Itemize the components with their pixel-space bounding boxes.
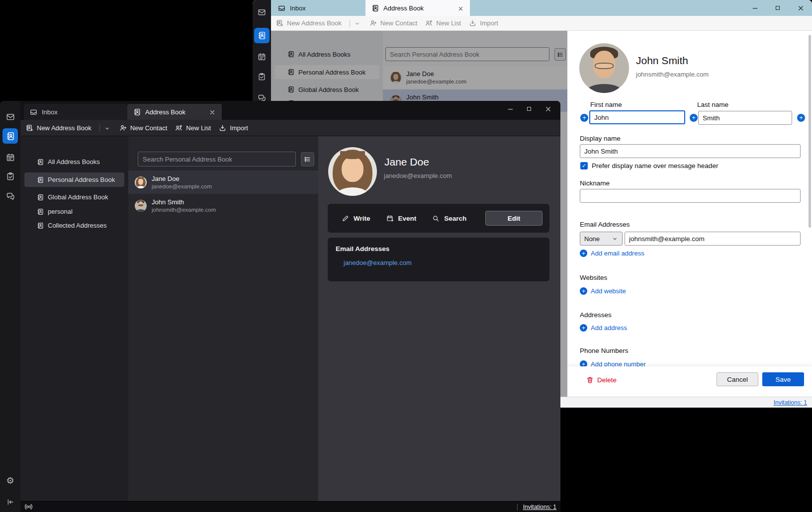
contact-photo [328,147,377,196]
contact-detail-pane: Jane Doe janedoe@example.com Write Event… [318,136,560,501]
event-button[interactable]: Event [386,215,417,222]
new-contact-button[interactable]: New Contact [119,124,167,132]
button-label: New Address Book [287,19,342,27]
cancel-button[interactable]: Cancel [717,372,758,386]
swap-name-button[interactable] [690,114,698,122]
tasks-space-button[interactable] [2,170,18,183]
sidebar-item-personal-address-book[interactable]: Personal Address Book [24,172,124,187]
contact-row-john-smith[interactable]: John Smith johnsmith@example.com [128,194,318,217]
tab-bar: Inbox Address Book [20,101,560,120]
tab-inbox[interactable]: Inbox [24,104,127,120]
first-name-field[interactable] [589,110,685,124]
maximize-button[interactable] [766,0,789,16]
new-contact-button[interactable]: New Contact [369,19,417,27]
new-list-button[interactable]: New List [425,19,461,27]
collapse-spaces-button[interactable] [2,495,18,509]
calendar-space-button[interactable] [254,50,270,64]
button-label: New Contact [130,124,167,132]
contact-actions-bar: Write Event Search Edit [328,204,549,233]
new-address-book-button[interactable]: New Address Book [26,124,91,132]
book-plus-icon [26,124,33,132]
tab-address-book[interactable]: Address Book [365,0,470,16]
add-address-link[interactable]: Add address [580,324,627,332]
sidebar-item-collected-addresses[interactable]: Collected Addresses [24,218,124,233]
save-button[interactable]: Save [762,372,804,386]
swap-name-button[interactable] [580,114,588,122]
contact-row-jane-doe[interactable]: Jane Doe janedoe@example.com [128,171,318,194]
display-name-field[interactable] [580,144,801,158]
display-options-button[interactable] [301,152,314,167]
address-book-icon [37,176,44,183]
minimize-icon [751,4,759,12]
nickname-field[interactable] [580,189,801,203]
calendar-plus-icon [386,215,394,222]
prefer-display-checkbox[interactable] [580,162,588,170]
tab-close-button[interactable] [457,4,464,11]
add-website-link[interactable]: Add website [580,287,626,295]
email-addresses-card: Email Addresses janedoe@example.com [328,238,549,281]
close-button[interactable] [789,0,812,16]
maximize-button[interactable] [520,101,539,117]
contact-list-pane: Jane Doe janedoe@example.com John Smith … [128,136,318,501]
invitations-link[interactable]: Invitations: 1 [523,504,556,511]
broadcast-status-icon[interactable] [24,503,33,511]
email-type-select[interactable]: None [580,232,623,246]
mail-space-button[interactable] [254,5,270,19]
chevron-down-icon [104,125,110,132]
search-input[interactable] [138,152,296,167]
button-label: Write [354,215,370,222]
foreground-window: Inbox Address Book New Address Book [0,101,560,512]
chat-icon [6,192,15,201]
minimize-button[interactable] [501,101,520,117]
sidebar-item-global-address-book[interactable]: Global Address Book [24,190,124,204]
address-book-toolbar: New Address Book New Contact New List Im… [20,120,560,136]
scrollbar[interactable] [809,35,811,228]
import-button[interactable]: Import [219,124,248,132]
button-label: Edit [508,215,521,222]
write-button[interactable]: Write [342,215,370,222]
tab-label: Address Book [145,108,185,116]
new-address-book-dropdown[interactable] [104,124,110,131]
plus-circle-icon [580,324,587,332]
sidebar-item-all-address-books[interactable]: All Address Books [24,155,124,169]
calendar-space-button[interactable] [2,151,18,165]
button-label: New List [436,19,461,27]
search-button[interactable]: Search [432,215,466,222]
people-plus-icon [175,124,182,132]
edit-button[interactable]: Edit [485,211,542,226]
tasks-space-button[interactable] [254,70,270,84]
address-book-space-button[interactable] [2,128,18,144]
import-button[interactable]: Import [469,19,498,27]
add-name-detail-button[interactable] [797,114,805,122]
tab-close-button[interactable] [209,108,216,116]
address-book-toolbar: New Address Book New Contact New List Im… [271,16,812,31]
settings-button[interactable] [2,474,18,488]
status-bar: Invitations: 1 [20,501,560,512]
sidebar-item-label: Personal Address Book [48,176,115,183]
new-address-book-button[interactable]: New Address Book [276,19,342,27]
titlebar: Inbox Address Book [271,0,812,16]
address-books-sidebar: All Address Books Personal Address Book … [20,136,128,501]
address-book-icon [37,208,44,215]
tasks-icon [6,172,15,181]
email-field[interactable] [625,232,801,246]
sidebar-item-personal[interactable]: personal [24,204,124,219]
delete-button[interactable]: Delete [586,376,617,384]
chat-space-button[interactable] [2,189,18,203]
new-list-button[interactable]: New List [175,124,211,132]
email-link[interactable]: janedoe@example.com [344,259,541,266]
tab-inbox[interactable]: Inbox [272,0,365,16]
sort-list-icon [304,156,311,163]
tab-address-book[interactable]: Address Book [127,104,222,120]
button-label: Search [444,215,466,222]
add-email-link[interactable]: Add email address [580,250,644,257]
book-plus-icon [276,19,283,27]
minimize-button[interactable] [743,0,766,16]
last-name-field[interactable] [698,111,792,125]
new-address-book-dropdown[interactable] [354,19,361,27]
address-book-space-button[interactable] [254,28,270,43]
mail-space-button[interactable] [2,110,18,124]
button-label: Event [398,215,417,222]
invitations-link[interactable]: Invitations: 1 [774,399,807,406]
close-button[interactable] [539,101,557,117]
